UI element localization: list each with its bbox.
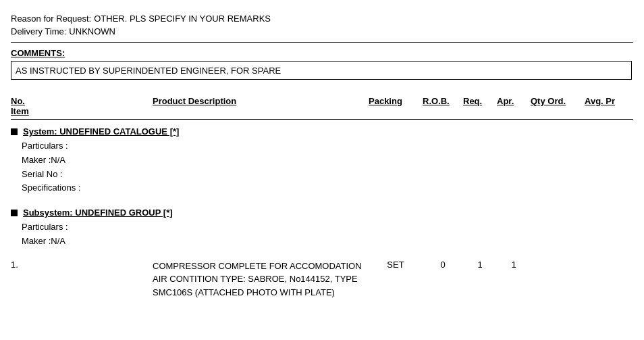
system-title: System: UNDEFINED CATALOGUE [*]	[11, 126, 633, 137]
col-rob: R.O.B.	[423, 96, 463, 116]
item-req: 1	[463, 260, 497, 270]
subsystem-row: Subsystem: UNDEFINED GROUP [*] Particula…	[11, 208, 633, 249]
subsystem-maker: Maker :N/A	[22, 235, 633, 249]
subsystem-title: Subsystem: UNDEFINED GROUP [*]	[11, 208, 633, 218]
comments-text: AS INSTRUCTED BY SUPERINDENTED ENGINEER,…	[16, 66, 281, 76]
reason-row: Reason for Request: OTHER. PLS SPECIFY I…	[11, 14, 633, 24]
divider-top	[11, 42, 633, 43]
table-section: No. Item Product Description Packing R.O…	[11, 96, 633, 299]
comments-box: AS INSTRUCTED BY SUPERINDENTED ENGINEER,…	[11, 61, 632, 80]
header-section: Reason for Request: OTHER. PLS SPECIFY I…	[11, 14, 633, 37]
comments-label: COMMENTS:	[11, 48, 633, 58]
system-icon	[11, 128, 18, 135]
col-product-description: Product Description	[153, 96, 369, 116]
col-qty-ord: Qty Ord.	[531, 96, 585, 116]
col-apr: Apr.	[497, 96, 531, 116]
col-no-spacer	[38, 96, 153, 116]
item-number: 1.	[11, 260, 38, 270]
system-particulars: Particulars :	[22, 139, 633, 153]
system-maker: Maker :N/A	[22, 153, 633, 168]
system-specifications: Specifications :	[22, 181, 633, 195]
subsystem-icon	[11, 210, 18, 216]
system-particulars-block: Particulars : Maker :N/A Serial No : Spe…	[22, 139, 633, 195]
table-header: No. Item Product Description Packing R.O…	[11, 96, 633, 120]
table-row: 1. COMPRESSOR COMPLETE FOR ACCOMODATION …	[11, 260, 633, 299]
delivery-label: Delivery Time:	[11, 26, 66, 37]
col-no: No. Item	[11, 96, 38, 116]
col-avg-pr: Avg. Pr	[585, 96, 639, 116]
item-rob: 0	[423, 260, 463, 270]
system-title-text: System: UNDEFINED CATALOGUE [*]	[23, 126, 179, 137]
item-description: COMPRESSOR COMPLETE FOR ACCOMODATION AIR…	[153, 260, 369, 299]
subsystem-title-text: Subsystem: UNDEFINED GROUP [*]	[23, 208, 173, 218]
delivery-row: Delivery Time: UNKNOWN	[11, 26, 633, 37]
item-packing: SET	[369, 260, 423, 270]
col-packing: Packing	[369, 96, 423, 116]
delivery-value: UNKNOWN	[69, 26, 115, 37]
system-row: System: UNDEFINED CATALOGUE [*] Particul…	[11, 126, 633, 195]
subsystem-particulars: Particulars :	[22, 220, 633, 235]
comments-section: COMMENTS: AS INSTRUCTED BY SUPERINDENTED…	[11, 48, 633, 80]
system-serial-no: Serial No :	[22, 168, 633, 182]
reason-value: OTHER. PLS SPECIFY IN YOUR REMARKS	[94, 14, 271, 24]
reason-label: Reason for Request:	[11, 14, 91, 24]
col-req: Req.	[463, 96, 497, 116]
item-apr: 1	[497, 260, 531, 270]
subsystem-particulars-block: Particulars : Maker :N/A	[22, 220, 633, 249]
